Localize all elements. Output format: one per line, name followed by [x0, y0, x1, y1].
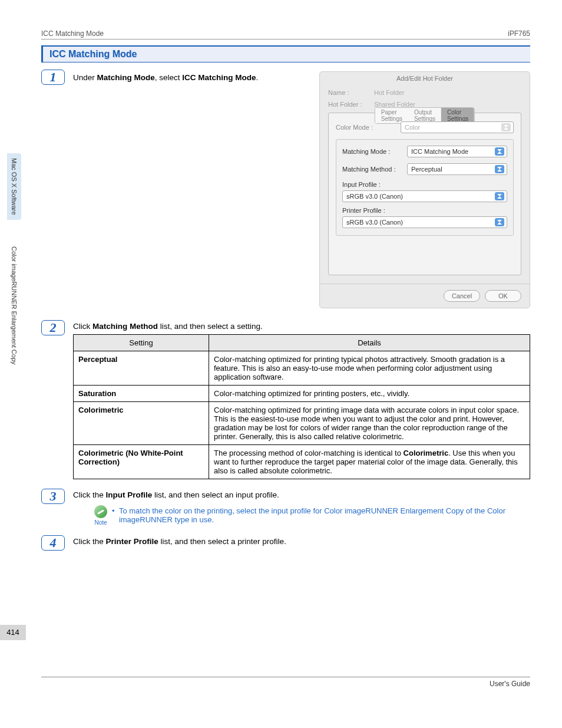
dropdown-icon — [495, 192, 504, 200]
sidebar: Mac OS X Software Color imageRUNNER Enla… — [0, 0, 24, 648]
setting-cell: Colorimetric (No White-Point Correction) — [74, 445, 209, 479]
color-mode-select[interactable]: Color — [401, 121, 514, 133]
sidebar-tab-software[interactable]: Mac OS X Software — [7, 153, 21, 220]
setting-cell: Perceptual — [74, 351, 209, 386]
details-cell: Color-matching optimized for printing im… — [209, 402, 530, 445]
section-title-bar: ICC Matching Mode — [41, 45, 530, 62]
details-cell: Color-matching optimized for printing ty… — [209, 351, 530, 386]
step-4-text: Click the Printer Profile list, and then… — [73, 537, 530, 546]
matching-mode-select[interactable]: ICC Matching Mode — [407, 146, 507, 157]
footer: User's Guide — [41, 677, 530, 688]
header-left: ICC Matching Mode — [41, 29, 104, 38]
matching-method-table: Setting Details Perceptual Color-matchin… — [73, 334, 530, 479]
header-right: iPF765 — [508, 29, 530, 38]
step-3-text: Click the Input Profile list, and then s… — [73, 490, 530, 499]
setting-cell: Colorimetric — [74, 402, 209, 445]
th-setting: Setting — [74, 335, 209, 351]
sidebar-tab-enlargement-copy[interactable]: Color imageRUNNER Enlargement Copy — [7, 242, 21, 370]
step-4: 4 Click the Printer Profile list, and th… — [41, 535, 530, 551]
main-content: ICC Matching Mode iPF765 ICC Matching Mo… — [41, 29, 530, 558]
step-2-text: Click Matching Method list, and then sel… — [73, 322, 530, 331]
color-mode-label: Color Mode : — [336, 124, 401, 131]
section-title: ICC Matching Mode — [46, 49, 525, 60]
dialog-title: Add/Edit Hot Folder — [320, 72, 530, 87]
details-cell: Color-matching optimized for printing po… — [209, 386, 530, 402]
step-2: 2 Click Matching Method list, and then s… — [41, 320, 530, 479]
table-row: Saturation Color-matching optimized for … — [74, 386, 530, 402]
table-header-row: Setting Details — [74, 335, 530, 351]
table-row: Colorimetric (No White-Point Correction)… — [74, 445, 530, 479]
dialog-tab-panel: Paper Settings Output Settings Color Set… — [328, 113, 521, 275]
step-number-2: 2 — [41, 320, 65, 335]
dropdown-icon — [495, 147, 504, 156]
setting-cell: Saturation — [74, 386, 209, 402]
printer-profile-label: Printer Profile : — [342, 207, 507, 214]
note-icon — [94, 505, 107, 518]
name-value: Hot Folder — [374, 89, 404, 96]
input-profile-label: Input Profile : — [342, 181, 507, 188]
printer-profile-select[interactable]: sRGB v3.0 (Canon) — [342, 216, 507, 228]
step-number-3: 3 — [41, 489, 65, 504]
dropdown-icon — [495, 165, 504, 173]
page-header: ICC Matching Mode iPF765 — [41, 29, 530, 39]
table-row: Perceptual Color-matching optimized for … — [74, 351, 530, 386]
dropdown-icon — [495, 218, 504, 226]
matching-method-select[interactable]: Perceptual — [407, 163, 507, 175]
note-block: Note •To match the color on the printing… — [90, 505, 530, 526]
step-3: 3 Click the Input Profile list, and then… — [41, 489, 530, 526]
matching-method-label: Matching Method : — [342, 166, 407, 173]
add-edit-hot-folder-dialog: Add/Edit Hot Folder Name : Hot Folder Ho… — [319, 71, 530, 308]
table-row: Colorimetric Color-matching optimized fo… — [74, 402, 530, 445]
name-label: Name : — [328, 89, 374, 96]
th-details: Details — [209, 335, 530, 351]
hotfolder-label: Hot Folder : — [328, 101, 374, 108]
dropdown-icon — [501, 123, 511, 131]
step-number-4: 4 — [41, 535, 65, 551]
note-label: Note — [90, 519, 112, 526]
step-number-1: 1 — [41, 70, 65, 85]
matching-mode-label: Matching Mode : — [342, 148, 407, 155]
cancel-button[interactable]: Cancel — [444, 290, 480, 302]
step-1-text: Under Matching Mode, select ICC Matching… — [73, 71, 297, 82]
details-cell: The processing method of color-matching … — [209, 445, 530, 479]
step-1: 1 Under Matching Mode, select ICC Matchi… — [41, 70, 530, 308]
note-text: •To match the color on the printing, sel… — [112, 505, 530, 524]
page-number: 414 — [0, 625, 26, 640]
ok-button[interactable]: OK — [485, 290, 521, 302]
input-profile-select[interactable]: sRGB v3.0 (Canon) — [342, 190, 507, 202]
